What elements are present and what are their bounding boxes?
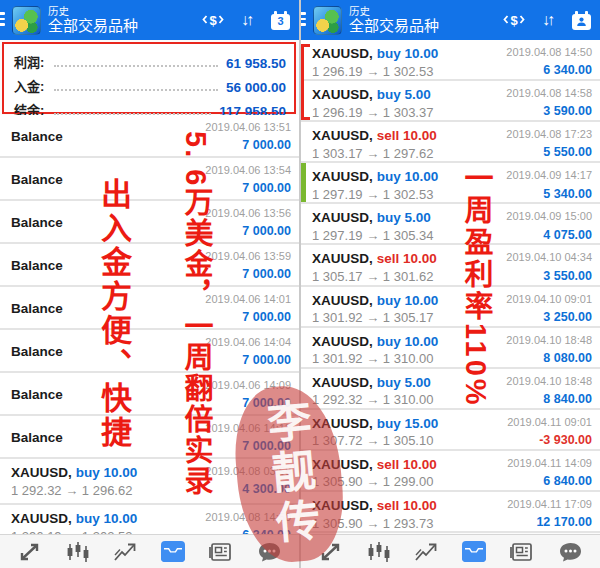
side-volume-label: buy 10.00 — [76, 465, 138, 480]
history-row-balance[interactable]: Balance 2019.04.06 13:56 7 000.00 — [0, 201, 299, 244]
side-volume-label: sell 10.00 — [377, 457, 437, 472]
side-volume-label: sell 10.00 — [377, 498, 437, 513]
row-right-column: 2019.04.08 17:23 5 550.00 — [506, 127, 592, 158]
nav-news-icon[interactable] — [206, 539, 236, 565]
app-bar: 历史 全部交易品种 $ ↓↑ — [301, 0, 600, 40]
trade-datetime: 2019.04.10 18:48 — [506, 333, 592, 347]
side-volume-label: buy 10.00 — [377, 46, 439, 61]
side-volume-label: buy 15.00 — [377, 416, 439, 431]
row-left-column: Balance — [11, 163, 63, 196]
history-row-trade[interactable]: XAUUSD,buy 5.001 296.19 → 1 303.37 2019.… — [301, 81, 600, 122]
annotation-vertical-right: 一周盈利率110% — [455, 163, 497, 408]
trade-amount: 7 000.00 — [242, 223, 291, 239]
row-left-column: XAUUSD,buy 10.001 296.19 → 1 302.53 — [11, 510, 137, 534]
price-range: 1 305.17 → 1 301.62 — [312, 269, 437, 286]
row-right-column: 2019.04.06 13:56 7 000.00 — [205, 206, 291, 239]
trade-amount: 3 250.00 — [543, 309, 592, 325]
symbol-label: Balance — [11, 387, 63, 402]
trade-datetime: 2019.04.08 17:23 — [506, 127, 592, 141]
row-right-column: 2019.04.08 14:50 6 340.00 — [506, 45, 592, 76]
nav-trade-icon[interactable] — [111, 539, 141, 565]
trade-datetime: 2019.04.06 13:51 — [205, 120, 291, 134]
nav-history-icon[interactable] — [459, 539, 489, 565]
history-row-trade[interactable]: XAUUSD,buy 10.001 301.92 → 1 310.00 2019… — [301, 328, 600, 369]
symbol-label: XAUUSD, — [312, 251, 373, 266]
history-row-trade[interactable]: XAUUSD,buy 15.001 307.72 → 1 305.10 2019… — [301, 410, 600, 451]
symbol-line: XAUUSD,buy 5.00 — [312, 374, 433, 392]
calendar-icon[interactable]: 3 — [271, 14, 290, 30]
menu-icon[interactable] — [301, 12, 306, 26]
row-right-column: 2019.04.06 13:54 7 000.00 — [205, 163, 291, 196]
row-right-column: 2019.04.09 14:17 5 340.00 — [506, 168, 592, 199]
symbol-label: XAUUSD, — [11, 465, 72, 480]
history-panel-right: 历史 全部交易品种 $ ↓↑ — [301, 0, 600, 568]
trade-amount: 5 340.00 — [543, 186, 592, 202]
trade-datetime: 2019.04.06 13:56 — [205, 206, 291, 220]
trade-datetime: 2019.04.11 17:09 — [507, 497, 592, 511]
history-row-trade[interactable]: XAUUSD,sell 10.001 305.90 → 1 299.00 201… — [301, 451, 600, 492]
nav-history-icon[interactable] — [158, 539, 188, 565]
nav-charts-icon[interactable] — [63, 539, 93, 565]
symbol-line: Balance — [11, 429, 63, 447]
history-row-trade[interactable]: XAUUSD,buy 10.001 301.92 → 1 305.17 2019… — [301, 287, 600, 328]
row-left-column: XAUUSD,buy 5.001 296.19 → 1 303.37 — [312, 86, 433, 117]
filter-title: 全部交易品种 — [349, 17, 439, 34]
history-row-trade[interactable]: XAUUSD,buy 10.001 297.19 → 1 302.53 2019… — [301, 163, 600, 204]
row-right-column: 2019.04.10 09:01 3 250.00 — [506, 292, 592, 323]
history-row-trade[interactable]: XAUUSD,buy 10.001 296.19 → 1 302.53 2019… — [301, 40, 600, 81]
history-row-balance[interactable]: Balance 2019.04.06 14:01 7 000.00 — [0, 287, 299, 330]
summary-row-profit: 利润: 61 958.50 — [14, 52, 286, 71]
trade-amount: 7 000.00 — [242, 266, 291, 282]
nav-trade-icon[interactable] — [412, 539, 442, 565]
symbol-label: XAUUSD, — [11, 511, 72, 526]
row-right-column: 2019.04.06 13:59 7 000.00 — [205, 249, 291, 282]
row-right-column: 2019.04.06 14:01 7 000.00 — [205, 292, 291, 325]
trade-amount: 4 075.00 — [543, 227, 592, 243]
dotted-leader — [54, 89, 218, 91]
row-left-column: XAUUSD,buy 10.001 292.32 → 1 296.62 — [11, 464, 137, 500]
side-volume-label: buy 10.00 — [76, 511, 138, 526]
nav-quotes-icon[interactable] — [15, 539, 45, 565]
symbol-line: Balance — [11, 171, 63, 189]
deposit-label: 入金: — [14, 76, 44, 95]
row-right-column: 2019.04.11 17:09 12 170.00 — [507, 497, 592, 528]
nav-charts-icon[interactable] — [364, 539, 394, 565]
sort-icon[interactable]: ↓↑ — [241, 11, 254, 29]
currency-exchange-icon[interactable]: $ — [202, 10, 224, 30]
price-range: 1 301.92 → 1 310.00 — [312, 351, 438, 368]
history-row-trade[interactable]: XAUUSD,buy 5.001 292.32 → 1 310.00 2019.… — [301, 369, 600, 410]
history-row-trade[interactable]: XAUUSD,sell 10.001 305.17 → 1 301.62 201… — [301, 245, 600, 286]
row-left-column: XAUUSD,buy 5.001 297.19 → 1 305.34 — [312, 209, 433, 240]
currency-exchange-icon[interactable]: $ — [503, 10, 525, 30]
title-block: 历史 全部交易品种 — [349, 5, 439, 34]
appbar-actions: $ ↓↑ — [503, 10, 591, 30]
history-row-balance[interactable]: Balance 2019.04.06 13:54 7 000.00 — [0, 158, 299, 201]
history-row-balance[interactable]: Balance 2019.04.06 13:51 7 000.00 — [0, 115, 299, 158]
nav-news-icon[interactable] — [507, 539, 537, 565]
trade-datetime: 2019.04.06 13:59 — [205, 249, 291, 263]
nav-messages-icon[interactable] — [555, 539, 585, 565]
symbol-line: XAUUSD,buy 5.00 — [312, 86, 433, 104]
symbol-label: Balance — [11, 129, 63, 144]
calendar-person-icon[interactable] — [572, 14, 591, 30]
row-left-column: XAUUSD,buy 10.001 301.92 → 1 305.17 — [312, 292, 438, 323]
price-range: 1 297.19 → 1 305.34 — [312, 228, 433, 245]
history-row-balance[interactable]: Balance 2019.04.06 14:04 7 000.00 — [0, 330, 299, 373]
symbol-line: XAUUSD,buy 10.00 — [312, 168, 438, 186]
row-right-column: 2019.04.09 15:00 4 075.00 — [506, 209, 592, 240]
deposit-value: 56 000.00 — [226, 80, 286, 95]
trade-amount: 7 000.00 — [242, 137, 291, 153]
sort-icon[interactable]: ↓↑ — [542, 11, 555, 29]
history-row-trade[interactable]: XAUUSD,sell 10.001 305.90 → 1 293.73 201… — [301, 492, 600, 533]
row-right-column: 2019.04.10 04:34 3 550.00 — [506, 250, 592, 281]
symbol-line: XAUUSD,buy 10.00 — [312, 333, 438, 351]
side-volume-label: sell 10.00 — [377, 251, 437, 266]
history-row-trade[interactable]: XAUUSD,buy 5.001 297.19 → 1 305.34 2019.… — [301, 204, 600, 245]
title-block: 历史 全部交易品种 — [48, 5, 138, 34]
history-row-trade[interactable]: XAUUSD,sell 10.001 303.17 → 1 297.62 201… — [301, 122, 600, 163]
trade-amount: 3 590.00 — [543, 103, 592, 119]
history-row-balance[interactable]: Balance 2019.04.06 13:59 7 000.00 — [0, 244, 299, 287]
menu-icon[interactable] — [0, 12, 5, 26]
symbol-label: XAUUSD, — [312, 169, 373, 184]
trade-amount: 7 000.00 — [242, 180, 291, 196]
